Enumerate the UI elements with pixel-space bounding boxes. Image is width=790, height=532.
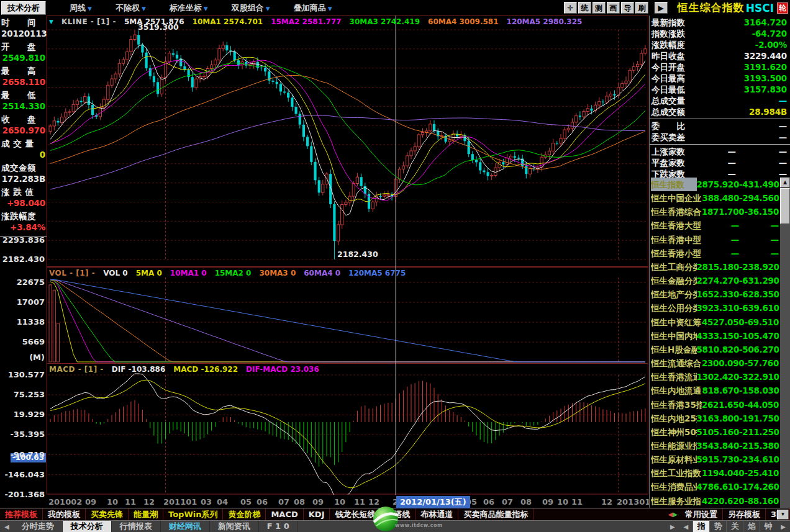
template-item-10[interactable]: 布林通道: [415, 508, 458, 520]
technical-analysis-button[interactable]: 技术分析: [1, 1, 46, 15]
view-tab-4[interactable]: 新闻资讯: [210, 521, 259, 532]
left-arrow-icon[interactable]: ◀: [4, 523, 9, 530]
mini-tab-势[interactable]: 势: [709, 521, 726, 532]
field-row: 开 盘2549.810: [0, 41, 47, 65]
separator: [650, 144, 790, 145]
view-tab-1[interactable]: 技术分析: [63, 521, 112, 532]
quote-sidebar: 最新指数3164.720指数涨跌-64.720涨跌幅度-2.00%昨日收盘322…: [649, 16, 790, 508]
indicator-readout: DIF-MACD 23.036: [246, 365, 319, 374]
template-item-9[interactable]: 宝塔线: [381, 508, 415, 520]
index-list-item[interactable]: 恒生地产分类1652.330-628.350: [650, 287, 790, 301]
index-list-item[interactable]: 恒生内地25指3163.800-191.750: [650, 412, 790, 425]
index-code: HSCI: [746, 2, 774, 14]
index-list-item[interactable]: 恒生香港流通1302.420-322.910: [650, 370, 790, 384]
index-value: 1871.700: [702, 205, 744, 219]
menu-item-0[interactable]: 周线▼: [70, 2, 92, 14]
mini-tab-指[interactable]: 指: [692, 521, 709, 532]
mini-tab-钟[interactable]: 钟: [760, 521, 776, 532]
tool-button-3[interactable]: 画: [607, 2, 620, 14]
field-value: 2514.330: [0, 101, 47, 111]
indicator-readout: 30MA3 0: [259, 269, 296, 277]
index-list-item[interactable]: 恒生香港大型——: [650, 219, 790, 232]
index-list-item[interactable]: 恒生工商分类2815.180-238.920: [650, 260, 790, 274]
toolbar-action-1[interactable]: 另存模板: [723, 508, 766, 520]
index-value: 3543.840: [697, 439, 739, 453]
index-list-item[interactable]: 恒生香港小型——: [650, 246, 790, 260]
field-value: 20120113: [0, 29, 47, 38]
menu-item-3[interactable]: 双股组合▼: [232, 2, 270, 14]
index-list-item[interactable]: 恒生工业指数1194.040-25.410: [650, 466, 790, 480]
scrollbar-thumb[interactable]: [780, 188, 790, 224]
toolbar-action-0[interactable]: 常用设置: [680, 508, 723, 520]
index-list-item[interactable]: 恒生流通综合2300.090-57.760: [650, 356, 790, 370]
axis-value-label: (M): [29, 353, 45, 362]
menu-item-4[interactable]: 叠加商品▼: [294, 2, 332, 14]
index-list-item[interactable]: 恒生中国内地4333.150-105.470: [650, 329, 790, 343]
tool-button-2[interactable]: 测: [592, 2, 606, 14]
index-list-item[interactable]: 恒生原材料业5915.730-234.610: [650, 453, 790, 466]
right-arrow-icon[interactable]: ▶: [670, 523, 675, 530]
index-list-item[interactable]: 恒生能源业指3543.840-215.380: [650, 439, 790, 453]
pane-toggle-button[interactable]: ▶: [655, 2, 668, 14]
menu-item-2[interactable]: 标准坐标▼: [170, 2, 208, 14]
index-list-item[interactable]: 恒生消费品业4786.610-174.260: [650, 480, 790, 494]
index-list-item[interactable]: 恒生服务业指4220.620-88.160: [650, 494, 790, 508]
index-list-item[interactable]: 恒生指数2875.920-431.490: [650, 178, 790, 191]
scrollbar-up-icon[interactable]: ▲: [780, 178, 790, 187]
indicator-name: MACD - [1] -: [49, 365, 104, 374]
template-item-1[interactable]: 我的模板: [43, 508, 86, 520]
field-row: 成交金额172.283B: [0, 162, 47, 186]
tool-button-5[interactable]: 刷: [635, 2, 648, 14]
index-list-item[interactable]: 恒生公用分类3923.310-639.610: [650, 301, 790, 315]
template-item-2[interactable]: 买卖先锋: [86, 508, 129, 520]
tool-button-4[interactable]: 导: [621, 2, 634, 14]
toolbar-scroll-arrows[interactable]: ◀▶: [666, 511, 680, 518]
axis-value-label: -201.368: [4, 490, 45, 499]
index-list-item[interactable]: 恒生H股金融5810.820-506.270: [650, 343, 790, 356]
template-item-5[interactable]: 黄金阶梯: [223, 508, 266, 520]
template-item-8[interactable]: 钱龙长短线: [330, 508, 381, 520]
view-tab-2[interactable]: 行情报表: [112, 521, 161, 532]
right-arrow-icon[interactable]: ▶: [673, 511, 678, 518]
index-list-item[interactable]: 恒生神州50指5105.160-211.250: [650, 425, 790, 439]
view-tab-3[interactable]: 财经网讯: [161, 521, 210, 532]
collapse-icon[interactable]: ▼: [49, 19, 53, 25]
index-change: -234.610: [739, 453, 779, 466]
kline-indicator-header: ▼KLINE - [1] -5MA 2571.87610MA1 2574.701…: [49, 17, 582, 26]
index-list-item[interactable]: 恒生香港35指2621.650-44.050: [650, 398, 790, 412]
low-annotation: 2182.430: [337, 250, 378, 259]
index-list-item[interactable]: 恒生中资红筹4527.050-69.510: [650, 315, 790, 329]
right-arrow-icon[interactable]: ▶: [781, 523, 786, 530]
tool-button-0[interactable]: ✛: [564, 2, 577, 14]
chart-area: ▼KLINE - [1] -5MA 2571.87610MA1 2574.701…: [47, 16, 649, 508]
tool-button-1[interactable]: 统: [578, 2, 591, 14]
status-bar: ◀分时走势技术分析行情报表财经网讯新闻资讯F 1 0▶◀指势关焰钟▶: [0, 520, 790, 532]
template-item-3[interactable]: 能量潮: [129, 508, 163, 520]
field-value: 0: [0, 150, 47, 160]
template-item-7[interactable]: KDJ: [304, 508, 330, 520]
quote-row: 昨日收盘3229.440: [650, 50, 790, 61]
template-item-0[interactable]: 推荐模板: [0, 508, 43, 520]
scrollbar[interactable]: ▲: [780, 178, 790, 508]
volume-indicator-header: VOL - [1] -VOL 05MA 010MA1 015MA2 030MA3…: [49, 268, 406, 277]
view-tab-0[interactable]: 分时走势: [14, 521, 63, 532]
hot-badge[interactable]: 轮: [777, 2, 788, 14]
mini-tab-关[interactable]: 关: [726, 521, 743, 532]
index-list-item[interactable]: 恒生中国企业388.480-294.560: [650, 191, 790, 205]
index-change: —: [739, 233, 779, 246]
toolbar-dropdown-icon[interactable]: ▼: [777, 510, 789, 520]
separator: [650, 119, 790, 119]
view-tab-5[interactable]: F 1 0: [259, 521, 298, 532]
index-list-item[interactable]: 恒生金融分类2274.270-631.290: [650, 274, 790, 287]
template-item-11[interactable]: 买卖商品能量指标: [458, 508, 533, 520]
mini-tab-焰[interactable]: 焰: [743, 521, 760, 532]
status-right-group: ▶◀指势关焰钟▶: [666, 521, 790, 532]
left-arrow-icon[interactable]: ◀: [684, 523, 689, 530]
template-item-6[interactable]: MACD: [266, 508, 303, 520]
index-list-item[interactable]: 恒生香港中型——: [650, 233, 790, 246]
index-list-item[interactable]: 恒生香港综合1871.700-36.150: [650, 205, 790, 219]
quote-row: 总成交量—: [650, 95, 790, 106]
template-item-4[interactable]: TopWin系列: [163, 508, 223, 520]
index-list-item[interactable]: 恒生内地流通818.670-158.030: [650, 384, 790, 397]
menu-item-1[interactable]: 不除权▼: [116, 2, 146, 14]
